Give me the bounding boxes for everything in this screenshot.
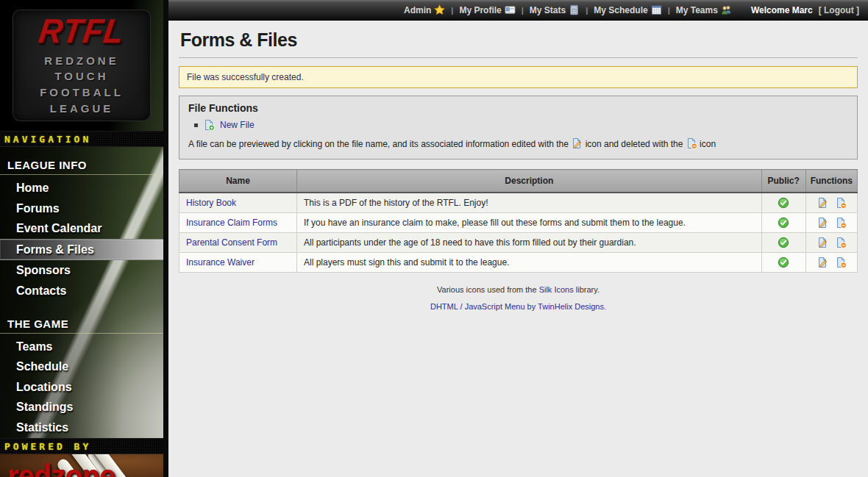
league-logo-box[interactable]: RTFL REDZONETOUCHFOOTBALLLEAGUE (13, 10, 150, 121)
nav-section: THE GAMETeamsScheduleLocationsStandingsS… (0, 313, 163, 438)
file-name-link[interactable]: Insurance Waiver (186, 257, 255, 268)
topbar-item-my-profile[interactable]: My Profile (459, 4, 515, 15)
sidebar-item-sponsors[interactable]: Sponsors (0, 260, 163, 281)
file-functions-note: A file can be previewed by clicking on t… (188, 137, 848, 151)
star-icon (434, 4, 445, 15)
edit-file-button[interactable] (817, 237, 828, 248)
edit-file-button[interactable] (817, 217, 828, 229)
files-table: Name Description Public? Functions Histo… (179, 169, 858, 273)
column-header-description: Description (297, 170, 762, 193)
edit-file-button[interactable] (817, 197, 828, 209)
league-name-lines: REDZONETOUCHFOOTBALLLEAGUE (40, 53, 124, 117)
sidebar-item-event-calendar[interactable]: Event Calendar (0, 218, 163, 239)
sidebar: RTFL REDZONETOUCHFOOTBALLLEAGUE NAVIGATI… (0, 0, 163, 477)
public-check-icon (778, 237, 789, 248)
topbar-separator: | (522, 6, 524, 15)
calendar-icon (651, 4, 662, 15)
sidebar-item-locations[interactable]: Locations (0, 377, 163, 398)
file-name-link[interactable]: History Book (186, 198, 236, 208)
delete-file-button[interactable] (835, 217, 847, 229)
league-name-line: LEAGUE (40, 101, 124, 117)
flash-message: File was successfully created. (179, 66, 858, 88)
league-logo[interactable]: RTFL REDZONETOUCHFOOTBALLLEAGUE (0, 0, 163, 131)
file-name-link[interactable]: Insurance Claim Forms (186, 218, 277, 228)
topbar-item-my-stats[interactable]: My Stats (530, 4, 580, 15)
sidebar-item-statistics[interactable]: Statistics (0, 417, 163, 438)
delete-file-button[interactable] (835, 257, 847, 268)
sidebar-item-forms-files[interactable]: Forms & Files (0, 239, 163, 261)
league-name-line: REDZONE (40, 53, 124, 69)
file-functions-title: File Functions (188, 102, 848, 114)
league-name-line: TOUCH (40, 68, 124, 85)
page-add-icon (203, 119, 215, 131)
column-header-public: Public? (761, 170, 805, 193)
topbar-item-my-schedule[interactable]: My Schedule (594, 4, 661, 15)
powered-by-led-label: POWERED BY (0, 438, 163, 454)
twinhelix-menu-link[interactable]: DHTML / JavaScript Menu by TwinHelix Des… (430, 302, 606, 311)
group-icon (721, 4, 732, 15)
sidebar-item-forums[interactable]: Forums (0, 198, 163, 219)
sidebar-item-standings[interactable]: Standings (0, 397, 163, 417)
logout-link[interactable]: [ Logout ] (819, 5, 859, 15)
redzone-logo-text: redzone (7, 461, 115, 477)
icons-credit-text: Various icons used from the (437, 285, 537, 294)
file-description: All players must sign this and submit it… (297, 253, 762, 273)
square-bullet-icon (194, 123, 198, 127)
new-file-link[interactable]: New File (220, 120, 255, 130)
column-header-name: Name (179, 170, 297, 193)
edit-file-button[interactable] (817, 257, 828, 268)
page-edit-icon (571, 137, 583, 149)
file-functions-panel: File Functions New File A file can be pr… (179, 96, 858, 159)
sidebar-item-teams[interactable]: Teams (0, 337, 163, 357)
vcard-icon (505, 4, 516, 15)
table-row: Insurance Waiver All players must sign t… (179, 253, 858, 273)
topbar: Admin|My Profile|My Stats|My Schedule|My… (168, 0, 868, 21)
league-name-line: FOOTBALL (40, 85, 124, 101)
side-nav: LEAGUE INFOHomeForumsEvent CalendarForms… (0, 147, 163, 438)
page-delete-icon (686, 137, 697, 149)
topbar-item-admin[interactable]: Admin (404, 4, 445, 15)
calculator-icon (569, 4, 580, 15)
sidebar-item-schedule[interactable]: Schedule (0, 356, 163, 377)
table-row: Parental Consent Form All participants u… (179, 233, 858, 253)
nav-section: LEAGUE INFOHomeForumsEvent CalendarForms… (0, 154, 163, 301)
silk-icons-link[interactable]: Silk Icons (539, 285, 574, 294)
topbar-separator: | (451, 6, 453, 15)
redzone-leagues-logo[interactable]: redzone ★LEAGUES★ (0, 454, 163, 477)
delete-file-button[interactable] (835, 237, 847, 248)
main-column: Admin|My Profile|My Stats|My Schedule|My… (163, 0, 868, 477)
public-check-icon (778, 257, 789, 268)
nav-section-title: THE GAME (0, 313, 163, 334)
sidebar-item-contacts[interactable]: Contacts (0, 281, 163, 301)
welcome-text: Welcome Marc (751, 5, 813, 15)
file-description: This is a PDF of the history of the RTFL… (297, 193, 762, 213)
sidebar-item-home[interactable]: Home (0, 178, 163, 198)
file-description: All participants under the age of 18 nee… (297, 233, 762, 253)
column-header-functions: Functions (805, 170, 857, 193)
icons-credit-suffix: library. (576, 285, 600, 294)
file-description: If you have an insurance claim to make, … (297, 213, 762, 233)
table-row: History Book This is a PDF of the histor… (179, 193, 858, 213)
page-title: Forms & Files (179, 28, 858, 58)
table-row: Insurance Claim Forms If you have an ins… (179, 213, 858, 233)
topbar-item-my-teams[interactable]: My Teams (676, 4, 732, 15)
content-area: Forms & Files File was successfully crea… (168, 21, 868, 477)
league-abbreviation: RTFL (37, 13, 127, 47)
footer: Various icons used from the Silk Icons l… (179, 285, 858, 311)
navigation-led-label: NAVIGATION (0, 131, 163, 147)
file-name-link[interactable]: Parental Consent Form (186, 237, 277, 248)
public-check-icon (778, 217, 789, 229)
delete-file-button[interactable] (835, 197, 847, 209)
nav-section-title: LEAGUE INFO (0, 154, 163, 175)
topbar-separator: | (668, 6, 670, 15)
topbar-separator: | (586, 6, 588, 15)
public-check-icon (778, 197, 789, 209)
